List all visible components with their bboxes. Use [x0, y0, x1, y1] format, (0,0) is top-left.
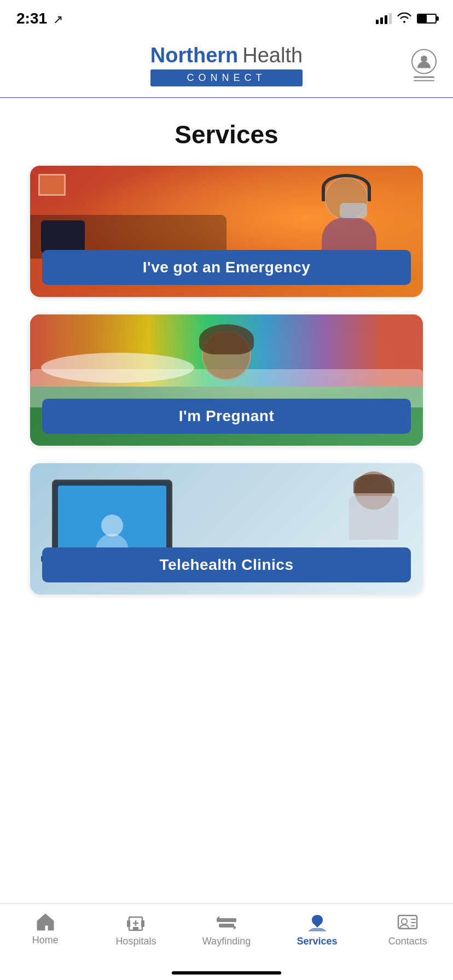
nav-services-label: Services	[297, 936, 338, 947]
svg-rect-3	[141, 920, 144, 927]
home-indicator	[172, 971, 281, 975]
bottom-navigation: Home Hospitals Wayfinding Services	[0, 903, 453, 980]
svg-rect-6	[133, 927, 138, 930]
headset-icon	[322, 174, 371, 201]
nav-home[interactable]: Home	[0, 913, 91, 946]
logo-connect-text: CONNECT	[187, 72, 266, 83]
mask-shape	[340, 203, 367, 218]
svg-point-11	[402, 919, 407, 924]
profile-button[interactable]	[411, 49, 437, 81]
wayfinding-icon	[216, 913, 237, 932]
emergency-label: I've got an Emergency	[143, 259, 311, 276]
contacts-icon	[397, 913, 418, 932]
logo-northern: Northern	[150, 44, 238, 67]
card-label-bar: Telehealth Clinics	[42, 547, 411, 582]
profile-circle-icon	[411, 49, 437, 74]
status-icons	[376, 12, 437, 26]
nav-contacts[interactable]: Contacts	[362, 913, 453, 947]
services-icon	[306, 913, 328, 932]
nav-contacts-label: Contacts	[388, 936, 427, 947]
nav-services[interactable]: Services	[272, 913, 363, 947]
hair-shape	[199, 324, 254, 354]
telehealth-label: Telehealth Clinics	[160, 556, 294, 573]
home-icon	[36, 913, 55, 931]
nav-wayfinding-label: Wayfinding	[202, 936, 251, 947]
logo-health: Health	[242, 44, 303, 67]
menu-lines-icon	[414, 77, 434, 81]
signal-icon	[376, 13, 392, 24]
app-logo: Northern Health CONNECT	[150, 44, 303, 86]
person-icon	[416, 54, 432, 69]
services-list: I've got an Emergency I'm Pregnant	[0, 166, 453, 594]
status-time-area: 2:31 ↗	[16, 10, 63, 27]
laptop-body	[52, 480, 172, 556]
nav-home-label: Home	[32, 935, 59, 946]
app-header: Northern Health CONNECT	[0, 33, 453, 98]
pillow-shape	[41, 353, 194, 383]
nav-hospitals-label: Hospitals	[115, 936, 156, 947]
wall-decoration	[38, 174, 66, 196]
battery-icon	[417, 14, 437, 24]
svg-rect-7	[217, 918, 236, 922]
svg-point-0	[421, 56, 427, 62]
svg-rect-8	[219, 924, 234, 928]
pregnant-card[interactable]: I'm Pregnant	[30, 314, 423, 446]
page-title: Services	[0, 103, 453, 166]
wifi-icon	[397, 12, 411, 26]
status-bar: 2:31 ↗	[0, 0, 453, 33]
svg-marker-10	[234, 925, 236, 930]
card-label-bar: I'm Pregnant	[42, 399, 411, 434]
logo-connect-bar: CONNECT	[150, 69, 303, 86]
svg-rect-2	[127, 920, 130, 927]
telehealth-card[interactable]: Telehealth Clinics	[30, 463, 423, 594]
nav-hospitals[interactable]: Hospitals	[91, 913, 182, 947]
status-time: 2:31	[16, 10, 47, 27]
screen-person-head	[101, 515, 123, 536]
location-icon: ↗	[53, 13, 63, 26]
nav-wayfinding[interactable]: Wayfinding	[181, 913, 272, 947]
monitor-shape	[41, 220, 85, 253]
card-label-bar: I've got an Emergency	[42, 250, 411, 285]
pregnant-label: I'm Pregnant	[179, 407, 274, 424]
hospitals-icon	[126, 913, 146, 932]
emergency-card[interactable]: I've got an Emergency	[30, 166, 423, 297]
laptop-screen	[58, 486, 166, 550]
